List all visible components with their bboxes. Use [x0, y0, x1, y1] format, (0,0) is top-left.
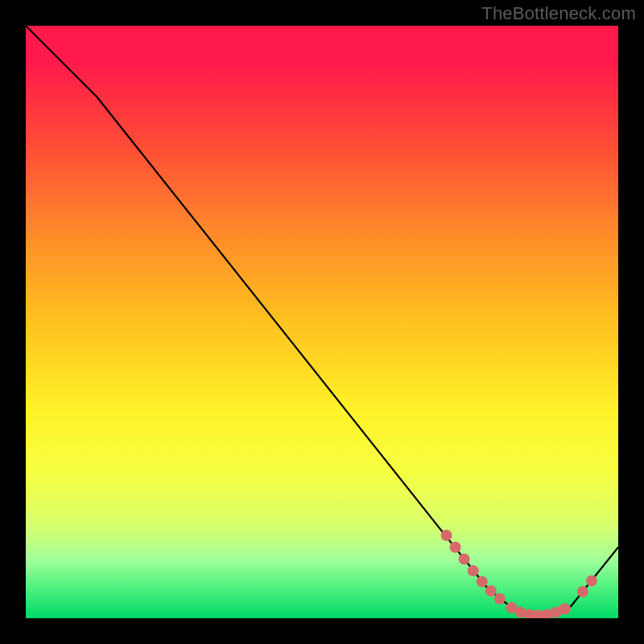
- curve-marker: [450, 542, 461, 553]
- curve-marker: [477, 576, 488, 587]
- curve-marker: [485, 585, 497, 597]
- chart-frame: TheBottleneck.com: [0, 0, 644, 644]
- curve-marker: [559, 603, 571, 614]
- curve-marker: [494, 593, 506, 605]
- curve-marker: [586, 576, 597, 587]
- curve-marker: [468, 565, 479, 576]
- curve-marker: [459, 553, 470, 564]
- bottleneck-curve: [26, 26, 618, 615]
- curve-marker: [577, 586, 588, 597]
- plot-area: [26, 26, 618, 618]
- curve-marker: [441, 530, 452, 541]
- chart-overlay: [26, 26, 618, 618]
- watermark-text: TheBottleneck.com: [481, 3, 636, 24]
- marker-group: [441, 530, 597, 618]
